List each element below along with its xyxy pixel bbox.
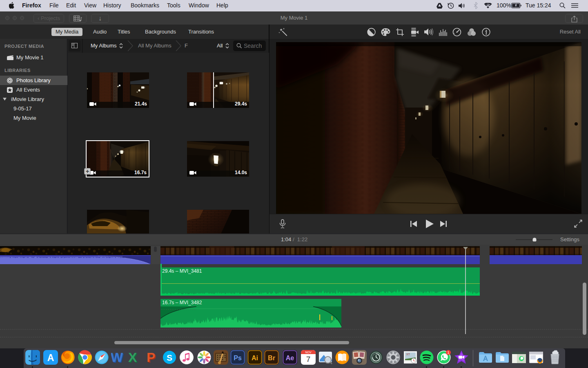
svg-text:Ai: Ai: [252, 355, 258, 361]
svg-text:Br: Br: [268, 355, 275, 361]
svg-text:XT: XT: [406, 353, 410, 356]
svg-text:NOV: NOV: [305, 351, 312, 354]
svg-text:Ps: Ps: [234, 355, 242, 361]
svg-text:S: S: [167, 353, 172, 362]
svg-text:7: 7: [306, 355, 311, 364]
svg-text:1: 1: [447, 350, 449, 355]
svg-text:P: P: [147, 350, 155, 365]
svg-text:A: A: [47, 352, 54, 363]
svg-text:W: W: [111, 350, 123, 365]
svg-text:Ae: Ae: [286, 355, 294, 361]
svg-text:X: X: [128, 350, 137, 365]
